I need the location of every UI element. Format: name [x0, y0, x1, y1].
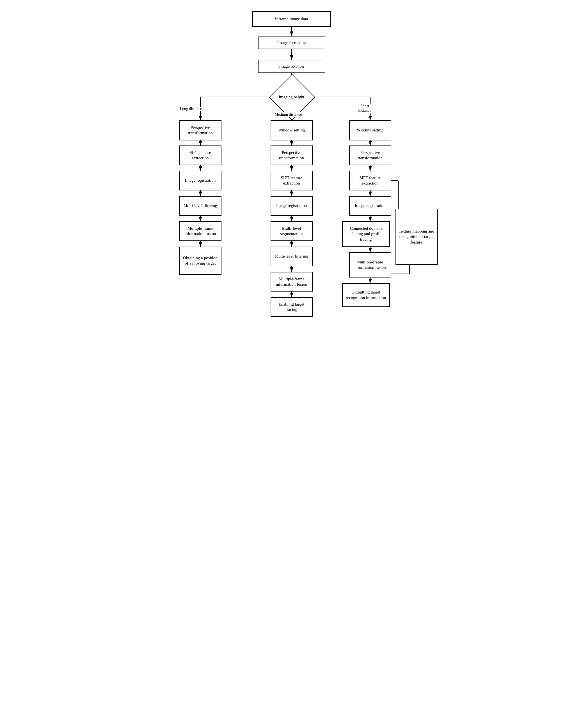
col3-perspective-box: Perspective transformation — [349, 146, 391, 165]
col2-segmentation-box: Multi-level segmentation — [271, 221, 313, 241]
col1-filtering-box: Multi-level filtering — [179, 196, 221, 216]
col1-fusion-box: Multiple-frame information fusion — [179, 221, 221, 241]
diamond-wrap: Imaging height — [269, 83, 314, 111]
col2-filtering-box: Multi-level filtering — [271, 246, 313, 266]
col3-sift-box: SIFT feature extraction — [349, 171, 391, 190]
col2-perspective-box: Perspective transformation — [271, 146, 313, 165]
infrared-box: Infrared image data — [252, 11, 331, 27]
medium-distance-label: Medium distance — [275, 112, 302, 117]
col2-registration-box: Image registration — [271, 196, 313, 216]
short-distance-label: Short distance — [358, 104, 371, 113]
col1-perspective-box: Perspective transformation — [179, 120, 221, 140]
col2-window-box: Window setting — [271, 120, 313, 140]
col3-fusion-box: Multiple-frame information fusion — [349, 252, 391, 278]
col3-registration-box: Image registration — [349, 196, 391, 216]
col2-sift-box: SIFT feature extraction — [271, 171, 313, 190]
diamond-text: Imaging height — [279, 95, 304, 99]
rotation-box: Image rotation — [258, 60, 325, 73]
col4-texture-box: Texture mapping and recognition of targe… — [395, 209, 438, 265]
col3-connected-box: Connected domain labeling and profile tr… — [342, 221, 390, 246]
col1-registration-box: Image registration — [179, 171, 221, 190]
col2-fusion-box: Multiple-frame information fusion — [271, 272, 313, 291]
col3-window-box: Window setting — [349, 120, 391, 140]
col1-sift-box: SIFT feature extraction — [179, 146, 221, 165]
diamond: Imaging height — [269, 83, 314, 111]
long-distance-label: Long distance — [180, 107, 202, 111]
correction-box: Image correction — [258, 36, 325, 49]
flowchart: Infrared image data Image correction Ima… — [165, 6, 418, 23]
col3-output-box: Outputting target recognition informatio… — [342, 283, 390, 307]
col1-position-box: Obtaining a position of a moving target — [179, 246, 221, 275]
col2-tracing-box: Enabling target tracing — [271, 297, 313, 317]
